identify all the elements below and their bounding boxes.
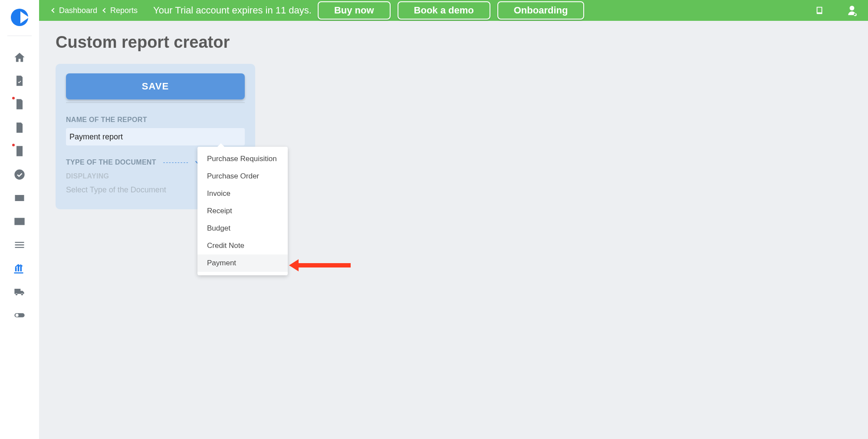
dropdown-option-budget[interactable]: Budget bbox=[197, 220, 288, 237]
notification-dot-icon bbox=[12, 144, 15, 146]
sidebar-item-requisitions[interactable] bbox=[0, 69, 39, 92]
save-button[interactable]: SAVE bbox=[66, 73, 245, 99]
dropdown-option-receipt[interactable]: Receipt bbox=[197, 202, 288, 220]
app-logo[interactable] bbox=[11, 9, 28, 26]
breadcrumb-reports[interactable]: Reports bbox=[103, 6, 138, 15]
dropdown-option-purchase-requisition[interactable]: Purchase Requisition bbox=[197, 150, 288, 168]
type-dropdown[interactable]: Purchase Requisition Purchase Order Invo… bbox=[197, 147, 288, 275]
toggle-icon bbox=[13, 309, 26, 321]
sidebar-item-home[interactable] bbox=[0, 46, 39, 69]
divider bbox=[66, 101, 245, 103]
sidebar-item-receipts[interactable] bbox=[0, 139, 39, 163]
type-select-value[interactable]: --------- bbox=[163, 159, 189, 166]
document-list-icon bbox=[13, 145, 26, 157]
dropdown-option-invoice[interactable]: Invoice bbox=[197, 185, 288, 202]
truck-icon bbox=[13, 286, 26, 298]
wallet-icon bbox=[13, 192, 26, 204]
sidebar-item-orders[interactable] bbox=[0, 92, 39, 116]
top-banner: Dashboard Reports Your Trial account exp… bbox=[39, 0, 868, 21]
trial-message: Your Trial account expires in 11 days. bbox=[153, 5, 312, 16]
book-icon[interactable] bbox=[815, 6, 825, 15]
main-content: Custom report creator SAVE NAME OF THE R… bbox=[39, 21, 868, 439]
svg-point-1 bbox=[16, 314, 19, 317]
buy-now-button[interactable]: Buy now bbox=[318, 1, 391, 20]
breadcrumb-label: Reports bbox=[110, 6, 138, 15]
document-lines-icon bbox=[13, 122, 26, 134]
home-icon bbox=[13, 51, 26, 63]
breadcrumb-dashboard[interactable]: Dashboard bbox=[52, 6, 97, 15]
sidebar-item-reports[interactable] bbox=[0, 257, 37, 280]
notification-dot-icon bbox=[12, 97, 15, 99]
sidebar bbox=[0, 0, 39, 439]
sidebar-item-approvals[interactable] bbox=[0, 163, 39, 186]
sidebar-item-payments[interactable] bbox=[0, 210, 39, 233]
sidebar-item-suppliers[interactable] bbox=[0, 280, 39, 304]
sidebar-item-integrations[interactable] bbox=[0, 304, 39, 327]
chevron-left-icon bbox=[51, 8, 56, 13]
dropdown-option-purchase-order[interactable]: Purchase Order bbox=[197, 168, 288, 185]
sidebar-divider bbox=[7, 36, 32, 36]
annotation-arrow-icon bbox=[299, 263, 351, 267]
user-settings-icon[interactable] bbox=[846, 5, 858, 16]
sidebar-item-invoices[interactable] bbox=[0, 116, 39, 139]
menu-icon bbox=[13, 239, 26, 251]
name-field-label: NAME OF THE REPORT bbox=[66, 116, 245, 124]
onboarding-button[interactable]: Onboarding bbox=[497, 1, 585, 20]
book-demo-button[interactable]: Book a demo bbox=[398, 1, 490, 20]
sidebar-item-budgets[interactable] bbox=[0, 186, 39, 210]
report-name-input[interactable] bbox=[66, 128, 245, 145]
check-circle-icon bbox=[13, 168, 26, 181]
chart-icon bbox=[13, 262, 25, 274]
breadcrumb: Dashboard Reports bbox=[52, 6, 138, 15]
dropdown-option-credit-note[interactable]: Credit Note bbox=[197, 237, 288, 254]
chevron-left-icon bbox=[102, 8, 107, 13]
breadcrumb-label: Dashboard bbox=[59, 6, 97, 15]
sidebar-item-menu[interactable] bbox=[0, 233, 39, 257]
type-field-label: TYPE OF THE DOCUMENT bbox=[66, 158, 156, 166]
page-title: Custom report creator bbox=[56, 33, 852, 52]
credit-card-icon bbox=[13, 215, 26, 228]
document-check-icon bbox=[13, 75, 26, 87]
document-icon bbox=[13, 98, 26, 110]
dropdown-option-payment[interactable]: Payment bbox=[197, 254, 288, 272]
